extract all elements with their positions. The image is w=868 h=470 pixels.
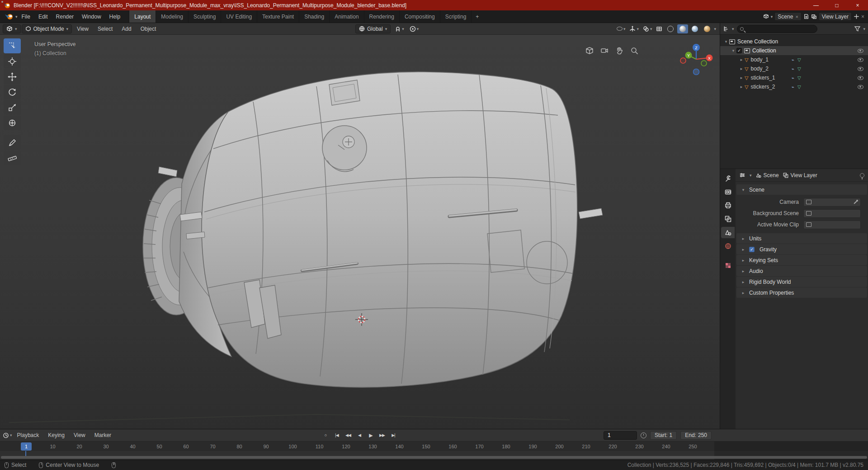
viewport-3d[interactable]: User Perspective (1) Collection <box>0 35 720 429</box>
tab-tool[interactable] <box>721 173 735 184</box>
menu-window[interactable]: Window <box>78 12 105 22</box>
toggle-grid-icon[interactable] <box>585 46 594 56</box>
timeline-scrollbar[interactable] <box>1 456 867 459</box>
shading-material-button[interactable] <box>689 24 700 33</box>
modifier-wrench-icon[interactable]: ⌁ <box>792 57 794 62</box>
add-workspace-button[interactable]: + <box>472 14 483 20</box>
gizmo-x-neg-axis[interactable] <box>680 58 686 63</box>
snap-caret[interactable]: ▾ <box>402 27 404 31</box>
tree-row-collection[interactable]: ▾ ✓ Collection <box>720 46 868 55</box>
outliner-editor-caret[interactable]: ▾ <box>732 27 734 31</box>
modifier-wrench-icon[interactable]: ⌁ <box>792 66 794 71</box>
scene-browse-icon[interactable] <box>763 14 769 19</box>
tab-texture[interactable] <box>721 260 735 271</box>
panel-header-units[interactable]: ▸ Units <box>736 233 867 244</box>
workspace-tab-uv-editing[interactable]: UV Editing <box>221 10 257 23</box>
menu-help[interactable]: Help <box>105 12 125 22</box>
auto-keying-button[interactable]: ○ <box>321 431 330 440</box>
snap-toggle[interactable]: ▾ <box>393 24 406 33</box>
menu-edit[interactable]: Edit <box>34 12 52 22</box>
tree-row-object[interactable]: ▸ ▽ stickers_1 ⌁ ▽ <box>720 73 868 82</box>
select-box-tool[interactable] <box>4 38 21 53</box>
workspace-tab-texture-paint[interactable]: Texture Paint <box>257 10 299 23</box>
workspace-tab-compositing[interactable]: Compositing <box>400 10 440 23</box>
eyedropper-icon[interactable] <box>853 200 858 205</box>
next-keyframe-button[interactable]: ▶▶ <box>377 431 387 440</box>
timeline-track-area[interactable] <box>0 451 868 460</box>
menu-file[interactable]: File <box>18 12 34 22</box>
blender-logo-icon[interactable] <box>5 13 14 20</box>
rotate-tool[interactable] <box>4 85 21 99</box>
modifier-wrench-icon[interactable]: ⌁ <box>792 85 794 89</box>
timeline-editor-caret[interactable]: ▾ <box>10 433 12 437</box>
xray-toggle[interactable] <box>655 24 664 33</box>
scene-browse-caret[interactable]: ▾ <box>771 14 773 19</box>
shading-caret[interactable]: ▾ <box>714 27 716 31</box>
maximize-button[interactable]: □ <box>826 0 847 10</box>
mesh-data-icon[interactable]: ▽ <box>797 66 801 71</box>
navigation-gizmo[interactable]: Z Y X <box>677 38 715 78</box>
move-tool[interactable] <box>4 69 21 84</box>
shading-wireframe-button[interactable] <box>665 24 676 33</box>
panel-header-audio[interactable]: ▸ Audio <box>736 266 867 276</box>
jump-to-start-button[interactable]: |◀ <box>332 431 342 440</box>
mesh-data-icon[interactable]: ▽ <box>797 85 801 89</box>
panel-header-rigid-body-world[interactable]: ▸ Rigid Body World <box>736 277 867 287</box>
close-button[interactable]: × <box>847 0 868 10</box>
disclosure-closed-icon[interactable]: ▸ <box>738 85 745 89</box>
camera-view-icon[interactable] <box>599 46 609 56</box>
hide-eye-icon[interactable] <box>858 49 863 53</box>
new-view-layer-icon[interactable] <box>854 14 859 19</box>
outliner-search-box[interactable] <box>737 25 817 33</box>
mesh-data-icon[interactable]: ▽ <box>797 57 801 62</box>
timeline-editor-icon[interactable] <box>3 432 9 438</box>
gizmos-toggle[interactable]: ▾ <box>628 24 640 33</box>
tab-scene[interactable] <box>721 227 735 238</box>
mode-selector[interactable]: Object Mode ▾ <box>22 24 72 33</box>
panel-header-keying-sets[interactable]: ▸ Keying Sets <box>736 255 867 265</box>
disclosure-closed-icon[interactable]: ▸ <box>738 57 745 62</box>
gizmo-z-neg-axis[interactable] <box>693 69 699 75</box>
properties-editor-icon[interactable] <box>739 172 745 178</box>
breadcrumb-scene[interactable]: Scene <box>756 172 779 179</box>
remove-view-layer-icon[interactable]: × <box>861 14 864 20</box>
disclosure-closed-icon[interactable]: ▸ <box>738 75 745 80</box>
shading-solid-button[interactable] <box>677 24 688 33</box>
timeline-menu-marker[interactable]: Marker <box>90 430 115 440</box>
background-scene-field[interactable] <box>803 209 861 218</box>
active-movie-clip-field[interactable] <box>803 221 861 229</box>
jump-to-end-button[interactable]: ▶| <box>388 431 398 440</box>
panel-header-custom-properties[interactable]: ▸ Custom Properties <box>736 287 867 298</box>
disclosure-closed-icon[interactable]: ▸ <box>738 66 745 71</box>
disclosure-open-icon[interactable]: ▾ <box>730 48 736 53</box>
view-layer-field[interactable]: View Layer <box>819 12 852 21</box>
scene-name-field[interactable]: Scene × <box>774 12 801 21</box>
new-scene-icon[interactable] <box>803 14 809 19</box>
tab-render[interactable] <box>721 186 735 197</box>
tree-row-scene-collection[interactable]: ▾ Scene Collection <box>720 37 868 46</box>
disclosure-open-icon[interactable]: ▾ <box>723 39 729 44</box>
iss-module-model[interactable] <box>0 35 720 429</box>
hide-eye-icon[interactable] <box>858 85 863 89</box>
scene-unlink-icon[interactable]: × <box>795 14 798 19</box>
logo-dropdown-caret[interactable]: ▾ <box>15 14 18 19</box>
outliner-search-input[interactable] <box>746 26 814 32</box>
minimize-button[interactable]: — <box>806 0 826 10</box>
workspace-tab-layout[interactable]: Layout <box>129 10 156 23</box>
timeline-ruler[interactable]: 1 10 20 30 40 50 60 70 80 90 100 110 120… <box>0 441 868 451</box>
properties-editor-caret[interactable]: ▾ <box>750 173 752 178</box>
camera-field[interactable] <box>803 198 861 207</box>
proportional-editing-toggle[interactable]: ▾ <box>408 24 420 33</box>
outliner-editor-icon[interactable] <box>723 26 729 32</box>
modifier-wrench-icon[interactable]: ⌁ <box>792 75 794 80</box>
previous-keyframe-button[interactable]: ◀◀ <box>343 431 353 440</box>
start-frame-field[interactable]: Start: 1 <box>650 431 677 440</box>
current-frame-field[interactable]: 1 <box>604 431 637 440</box>
menu-render[interactable]: Render <box>52 12 78 22</box>
viewport-menu-add[interactable]: Add <box>118 24 135 34</box>
zoom-magnifier-icon[interactable] <box>629 46 639 56</box>
filter-funnel-icon[interactable] <box>854 26 860 32</box>
playhead-line[interactable] <box>25 451 26 456</box>
measure-tool[interactable] <box>4 150 21 165</box>
viewport-menu-object[interactable]: Object <box>137 24 160 34</box>
